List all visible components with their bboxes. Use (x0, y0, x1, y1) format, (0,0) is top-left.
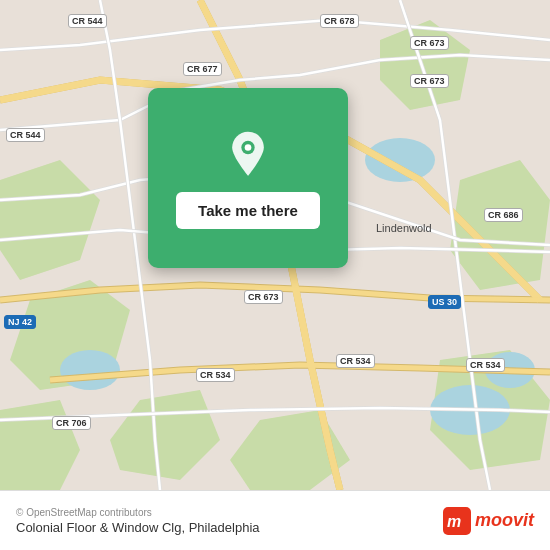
copyright-text: © OpenStreetMap contributors (16, 507, 260, 518)
svg-point-11 (60, 350, 120, 390)
route-badge-cr677: CR 677 (183, 62, 222, 76)
route-badge-nj42: NJ 42 (4, 315, 36, 329)
route-badge-cr673-2: CR 673 (410, 74, 449, 88)
location-title: Colonial Floor & Window Clg, Philadelphi… (16, 520, 260, 535)
bottom-left: © OpenStreetMap contributors Colonial Fl… (16, 507, 260, 535)
route-badge-cr686: CR 686 (484, 208, 523, 222)
route-badge-cr544-1: CR 544 (68, 14, 107, 28)
route-badge-cr678: CR 678 (320, 14, 359, 28)
route-badge-cr534-3: CR 534 (466, 358, 505, 372)
location-pin-icon (221, 128, 275, 182)
place-label-lindenwold: Lindenwold (376, 222, 432, 234)
svg-point-14 (245, 144, 252, 151)
moovit-logo: m moovit (443, 507, 534, 535)
take-me-there-button[interactable]: Take me there (176, 192, 320, 229)
moovit-brand-text: moovit (475, 510, 534, 531)
svg-text:m: m (447, 513, 461, 530)
route-badge-us30: US 30 (428, 295, 461, 309)
map-container: CR 544 CR 544 CR 677 CR 678 CR 673 CR 67… (0, 0, 550, 490)
route-badge-cr673-1: CR 673 (410, 36, 449, 50)
svg-point-12 (365, 138, 435, 182)
moovit-icon: m (443, 507, 471, 535)
route-badge-cr534-2: CR 534 (336, 354, 375, 368)
route-badge-cr534-1: CR 534 (196, 368, 235, 382)
route-badge-cr544-2: CR 544 (6, 128, 45, 142)
location-card: Take me there (148, 88, 348, 268)
route-badge-cr706: CR 706 (52, 416, 91, 430)
route-badge-cr673-3: CR 673 (244, 290, 283, 304)
bottom-bar: © OpenStreetMap contributors Colonial Fl… (0, 490, 550, 550)
